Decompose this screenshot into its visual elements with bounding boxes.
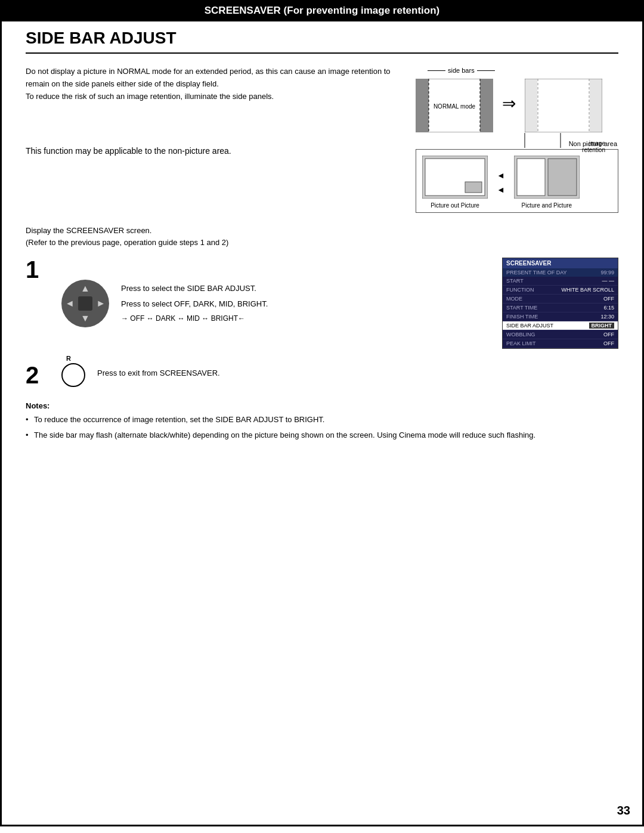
remote-center-button (78, 296, 92, 311)
top-bar: SCREENSAVER (For preventing image retent… (0, 0, 644, 21)
round-button-container: R (61, 363, 85, 387)
menu-peak-limit-row: PEAK LIMIT OFF (503, 339, 618, 348)
wobbling-value: OFF (603, 332, 614, 337)
wobbling-label: WOBBLING (506, 332, 535, 337)
section2-description: This function may be applicable to the n… (26, 146, 398, 156)
step1-submenu: → OFF ↔ DARK ↔ MID ↔ BRIGHT← (121, 313, 490, 324)
side-bars-label-container: side bars (428, 67, 495, 74)
description-text: Do not display a picture in NORMAL mode … (26, 66, 398, 103)
step2-instruction: Press to exit from SCREENSAVER. (97, 367, 618, 379)
side-bar-label: SIDE BAR ADJUST (506, 323, 553, 329)
steps-header: Display the SCREENSAVER screen. (Refer t… (26, 225, 618, 248)
svg-rect-3 (480, 79, 493, 132)
step2-text: Press to exit from SCREENSAVER. (97, 367, 618, 383)
svg-rect-20 (548, 159, 577, 196)
svg-rect-1 (416, 79, 429, 132)
after-diagram-container: image retention (525, 79, 602, 134)
peak-limit-label: PEAK LIMIT (506, 340, 536, 346)
svg-rect-9 (525, 79, 537, 132)
pip-arrows: ◄ ◄ (497, 171, 505, 194)
side-bar-value: BRIGHT (589, 323, 615, 329)
present-time-label: PRESENT TIME OF DAY (506, 270, 567, 275)
step1-number: 1 (26, 258, 49, 281)
side-bars-diagram-area: side bars (416, 66, 618, 134)
section-description: Do not display a picture in NORMAL mode … (26, 66, 398, 134)
normal-mode-diagram: NORMAL mode (416, 79, 493, 132)
arrow-right-icon-btn: ► (96, 298, 106, 309)
round-btn-label: R (66, 355, 71, 362)
picture-and-diagram: Picture and Picture (514, 156, 580, 209)
menu-finish-time-row: FINISH TIME 12:30 (503, 312, 618, 321)
section-middle: This function may be applicable to the n… (26, 146, 618, 213)
step1-instruction2: Press to select OFF, DARK, MID, BRIGHT. (121, 298, 490, 310)
side-bars-label: side bars (448, 67, 475, 74)
non-picture-box: Picture out Picture ◄ ◄ (416, 149, 618, 213)
svg-rect-17 (465, 182, 482, 193)
menu-present-row: PRESENT TIME OF DAY 99:99 (503, 268, 618, 277)
retention-diagram (525, 79, 602, 132)
present-time-value: 99:99 (600, 270, 614, 275)
remote-control-button: ▲ ▼ ◄ ► (61, 280, 109, 327)
main-content: SIDE BAR ADJUST Do not display a picture… (0, 21, 644, 826)
pip-arrow-1: ◄ (497, 171, 505, 180)
section-top: Do not display a picture in NORMAL mode … (26, 66, 618, 134)
arrow-up-icon: ▲ (80, 283, 90, 294)
start-label: START (506, 278, 524, 284)
arrow-right-icon: ⇒ (502, 94, 516, 113)
pip-svg (422, 156, 488, 199)
steps-intro-line2: (Refer to the previous page, operation g… (26, 237, 618, 249)
top-bar-title: SCREENSAVER (For preventing image retent… (205, 5, 440, 16)
steps-intro-line1: Display the SCREENSAVER screen. (26, 225, 618, 237)
page-title: SIDE BAR ADJUST (26, 21, 618, 54)
step1-text: Press to select the SIDE BAR ADJUST. Pre… (121, 283, 490, 324)
step2-content: R Press to exit from SCREENSAVER. (61, 363, 618, 387)
pip-diagrams: Picture out Picture ◄ ◄ (422, 156, 612, 209)
exit-button (61, 363, 85, 387)
top-diagrams: side bars (416, 66, 618, 134)
section2-text: This function may be applicable to the n… (26, 146, 398, 213)
svg-rect-19 (517, 159, 545, 196)
note1: To reduce the occurrence of image retent… (26, 414, 618, 426)
start-value: — — (602, 278, 614, 284)
finish-time-value: 12:30 (600, 314, 614, 320)
menu-side-bar-row: SIDE BAR ADJUST BRIGHT (503, 321, 618, 330)
function-label: FUNCTION (506, 287, 534, 293)
step1-row: 1 ▲ ▼ ◄ ► Press to select the SIDE BAR A… (26, 258, 618, 349)
step2-number: 2 (26, 363, 49, 387)
mode-label: MODE (506, 296, 522, 302)
screensaver-menu: SCREENSAVER PRESENT TIME OF DAY 99:99 ST… (502, 258, 618, 349)
peak-limit-value: OFF (603, 340, 614, 346)
picture-out-label: Picture out Picture (422, 202, 488, 209)
retention-arrows (519, 133, 566, 151)
step1-content: ▲ ▼ ◄ ► Press to select the SIDE BAR ADJ… (61, 258, 618, 349)
menu-start-time-row: START TIME 6:15 (503, 304, 618, 312)
page-number: 33 (617, 804, 630, 817)
arrow-down-icon: ▼ (80, 313, 90, 324)
picture-out-diagram: Picture out Picture (422, 156, 488, 209)
menu-wobbling-row: WOBBLING OFF (503, 330, 618, 339)
menu-start-row: START — — (503, 277, 618, 286)
menu-title: SCREENSAVER (503, 258, 618, 268)
step2-row: 2 R Press to exit from SCREENSAVER. (26, 363, 618, 387)
menu-mode-row: MODE OFF (503, 295, 618, 304)
notes-list: To reduce the occurrence of image retent… (26, 414, 618, 441)
svg-text:NORMAL mode: NORMAL mode (434, 103, 476, 110)
function-value: WHITE BAR SCROLL (561, 287, 614, 293)
start-time-value: 6:15 (603, 305, 614, 311)
picture-and-label: Picture and Picture (514, 202, 580, 209)
retention-label: image retention (582, 140, 605, 153)
note2: The side bar may flash (alternate black/… (26, 429, 618, 441)
menu-function-row: FUNCTION WHITE BAR SCROLL (503, 286, 618, 295)
pap-svg (514, 156, 580, 199)
notes-title: Notes: (26, 401, 618, 410)
pip-arrow-2: ◄ (497, 185, 505, 194)
finish-time-label: FINISH TIME (506, 314, 538, 320)
diag-row1: side bars (416, 66, 618, 134)
svg-rect-10 (590, 79, 602, 132)
start-time-label: START TIME (506, 305, 537, 311)
mode-value: OFF (603, 296, 614, 302)
step1-instruction1: Press to select the SIDE BAR ADJUST. (121, 283, 490, 295)
arrow-left-icon: ◄ (65, 298, 75, 309)
notes-section: Notes: To reduce the occurrence of image… (26, 401, 618, 441)
